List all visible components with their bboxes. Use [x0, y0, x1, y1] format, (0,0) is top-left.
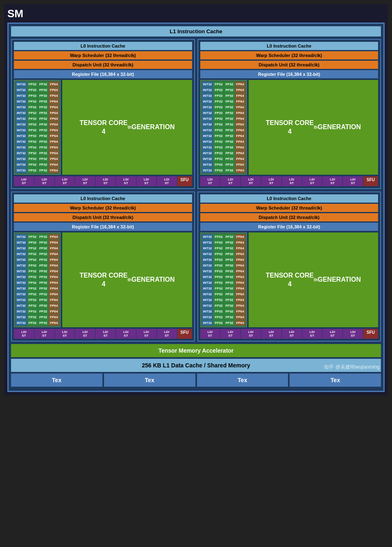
ldst-cell: LD/ST [136, 329, 156, 339]
cu-cell: FP64 [235, 280, 245, 285]
cu-cell: FP32 [27, 240, 38, 245]
cu-cell: FP32 [213, 234, 224, 239]
sm-outer-border: L1 Instruction Cache L0 Instruction Cach… [7, 23, 385, 392]
cu-cell: FP64 [49, 116, 59, 121]
cu-cell: FP32 [38, 93, 48, 98]
cu-cell: FP64 [235, 105, 245, 110]
cu-cell: INT32 [202, 145, 213, 150]
cu-cell: INT32 [16, 105, 27, 110]
dispatch-unit-br: Dispatch Unit (32 thread/clk) [200, 213, 378, 221]
cu-cell: FP32 [38, 128, 48, 133]
cu-cell: INT32 [202, 116, 213, 121]
ldst-cell: LD/ST [200, 329, 220, 339]
cu-cell: INT32 [16, 320, 27, 326]
cu-cell: FP64 [49, 234, 59, 239]
tensor-core-tl: TENSOR CORE4th GENERATION [62, 80, 192, 175]
cu-cell: FP32 [27, 251, 38, 257]
cu-cell: INT32 [16, 156, 27, 162]
cu-cell: FP64 [235, 286, 245, 291]
cu-cell: INT32 [202, 82, 213, 87]
cu-cell: FP32 [38, 280, 48, 285]
tex-cell-4: Tex [290, 374, 381, 387]
cu-cell: FP32 [213, 280, 224, 285]
cu-cell: INT32 [202, 156, 213, 162]
cu-cell: FP64 [235, 320, 245, 326]
cu-cell: FP64 [235, 99, 245, 104]
ldst-cell: LD/ST [34, 176, 54, 186]
tensor-core-br: TENSOR CORE4th GENERATION [249, 232, 378, 327]
cu-cell: FP64 [49, 168, 59, 173]
cu-cell: FP32 [38, 269, 48, 274]
cu-cell: FP32 [224, 162, 234, 167]
cu-cell: INT32 [202, 309, 213, 314]
ldst-cell: LD/ST [302, 329, 322, 339]
cu-cell: FP64 [235, 274, 245, 280]
cu-cell: FP64 [235, 87, 245, 93]
l0-cache-tr: L0 Instruction Cache [200, 42, 378, 50]
cu-cell: FP32 [27, 139, 38, 144]
cu-cell: INT32 [16, 274, 27, 280]
cu-cell: INT32 [16, 251, 27, 257]
cu-cell: INT32 [202, 110, 213, 116]
cu-cell: FP32 [27, 303, 38, 308]
cu-cell: FP64 [235, 257, 245, 262]
cu-cell: FP32 [27, 133, 38, 139]
cu-cell: INT32 [202, 315, 213, 320]
cu-cell: INT32 [202, 150, 213, 156]
cu-cell: FP64 [49, 280, 59, 285]
cu-cell: FP64 [235, 234, 245, 239]
cu-cell: FP64 [235, 297, 245, 303]
cu-cell: FP64 [49, 246, 59, 251]
cu-cell: FP32 [38, 297, 48, 303]
cu-cell: INT32 [202, 99, 213, 104]
cu-cell: FP64 [49, 110, 59, 116]
cu-cell: FP64 [49, 105, 59, 110]
cu-cell: FP32 [38, 168, 48, 173]
cu-grid-bl: INT32FP32FP32FP64 INT32FP32FP32FP64 INT3… [14, 232, 61, 327]
cu-cell: INT32 [16, 128, 27, 133]
cu-cell: FP32 [224, 139, 234, 144]
cu-cell: INT32 [202, 286, 213, 291]
ldst-cell: LD/ST [55, 176, 75, 186]
cu-cell: FP32 [38, 139, 48, 144]
cu-cell: FP32 [213, 257, 224, 262]
ldst-cell: LD/ST [136, 176, 156, 186]
cu-cell: FP32 [27, 110, 38, 116]
ldst-cell: LD/ST [95, 176, 116, 186]
cu-cell: INT32 [202, 133, 213, 139]
cu-cell: FP32 [213, 82, 224, 87]
cu-cell: FP32 [224, 168, 234, 173]
ldst-cell: LD/ST [322, 176, 342, 186]
register-file-tr: Register File (16,384 x 32-bit) [200, 70, 378, 78]
cu-cell: INT32 [202, 280, 213, 285]
warp-scheduler-tl: Warp Scheduler (32 thread/clk) [14, 51, 192, 59]
l0-cache-bl: L0 Instruction Cache [14, 194, 192, 203]
cu-cell: FP32 [38, 303, 48, 308]
cu-cell: INT32 [202, 93, 213, 98]
cu-cell: FP32 [213, 122, 224, 127]
ldst-cell: LD/ST [200, 176, 220, 186]
cu-cell: FP32 [27, 128, 38, 133]
cu-cell: FP32 [213, 162, 224, 167]
cu-cell: FP32 [224, 309, 234, 314]
cu-cell: FP32 [27, 315, 38, 320]
cu-cell: FP32 [27, 297, 38, 303]
tex-cell-3: Tex [197, 374, 288, 387]
cu-cell: FP64 [49, 156, 59, 162]
cu-cell: INT32 [16, 133, 27, 139]
quadrant-top-left: L0 Instruction Cache Warp Scheduler (32 … [11, 39, 195, 189]
ldst-cell: LD/ST [116, 176, 136, 186]
cu-cell: INT32 [16, 110, 27, 116]
cu-cell: FP64 [49, 257, 59, 262]
cu-cell: FP64 [235, 150, 245, 156]
cu-cell: FP64 [235, 246, 245, 251]
cu-cell: INT32 [202, 292, 213, 297]
cu-cell: FP32 [38, 309, 48, 314]
cu-cell: FP64 [235, 145, 245, 150]
cu-cell: INT32 [16, 116, 27, 121]
tensor-memory-accelerator: Tensor Memory Accelerator [11, 344, 381, 357]
cu-cell: FP32 [213, 139, 224, 144]
cu-cell: FP32 [224, 274, 234, 280]
cu-cell: FP32 [27, 286, 38, 291]
page-wrapper: SM L1 Instruction Cache L0 Instruction C… [4, 4, 388, 395]
